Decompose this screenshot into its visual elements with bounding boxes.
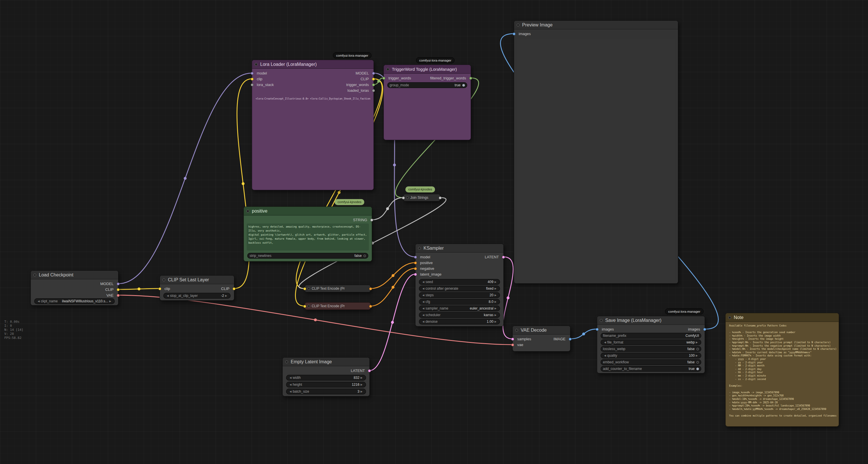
- prev-arrow-icon[interactable]: ◀: [421, 281, 426, 283]
- toggle-on-dot[interactable]: [462, 84, 465, 87]
- toggle-off-dot[interactable]: [696, 361, 699, 364]
- collapse-dot-icon[interactable]: [162, 279, 165, 281]
- latent-port-dot[interactable]: [414, 273, 417, 276]
- collapse-dot-icon[interactable]: [517, 24, 520, 26]
- prompt-textarea[interactable]: highres, very detailed, amazing quality,…: [247, 224, 369, 251]
- node-preview-image[interactable]: Preview Image images: [514, 21, 678, 284]
- latent-port-dot[interactable]: [368, 369, 371, 372]
- image-port-dot[interactable]: [569, 338, 571, 341]
- collapse-dot-icon[interactable]: [515, 329, 518, 332]
- collapse-dot-icon[interactable]: [33, 273, 36, 277]
- collapsed-output-dot[interactable]: [369, 287, 372, 290]
- next-arrow-icon[interactable]: ▶: [694, 354, 699, 357]
- prev-arrow-icon[interactable]: ◀: [421, 294, 426, 297]
- image-port-dot[interactable]: [703, 328, 706, 331]
- lossless-webp-toggle[interactable]: lossless_webpfalse: [600, 346, 701, 352]
- image-port-dot[interactable]: [513, 32, 516, 35]
- prev-arrow-icon[interactable]: ◀: [603, 341, 607, 344]
- toggle-on-dot[interactable]: [696, 368, 699, 370]
- node-titlebar[interactable]: Note: [726, 313, 839, 322]
- collapse-dot-icon[interactable]: [418, 247, 421, 250]
- prev-arrow-icon[interactable]: ◀: [288, 383, 293, 386]
- next-arrow-icon[interactable]: ▶: [360, 383, 364, 386]
- next-arrow-icon[interactable]: ▶: [694, 341, 699, 344]
- collapse-dot-icon[interactable]: [285, 360, 288, 363]
- collapse-dot-icon[interactable]: [728, 316, 731, 319]
- cfg-widget[interactable]: ◀cfg8.0▶: [419, 299, 500, 304]
- stop-at-clip-layer-widget[interactable]: ◀ stop_at_clip_layer -2 ▶: [163, 293, 230, 298]
- strip-newlines-toggle[interactable]: strip_newlines false: [247, 253, 368, 259]
- node-titlebar[interactable]: VAE Decode: [513, 326, 570, 335]
- model-port-dot[interactable]: [372, 72, 375, 75]
- prev-arrow-icon[interactable]: ◀: [165, 294, 170, 297]
- ckpt-name-widget[interactable]: ◀ ckpt_name ilwaiNSFWIllustrious_v110.s.…: [34, 298, 115, 304]
- next-arrow-icon[interactable]: ▶: [224, 294, 228, 297]
- prev-arrow-icon[interactable]: ◀: [421, 307, 426, 310]
- node-clip-text-encode-negative[interactable]: CLIP Text Encode (Pr: [305, 302, 371, 310]
- prev-arrow-icon[interactable]: ◀: [603, 354, 607, 357]
- next-arrow-icon[interactable]: ▶: [493, 287, 498, 290]
- loaded-loras-port-dot[interactable]: [372, 89, 375, 92]
- latent-port-dot[interactable]: [511, 338, 514, 341]
- collapse-dot-icon[interactable]: [246, 210, 249, 212]
- collapsed-input-dot[interactable]: [303, 287, 306, 290]
- node-titlebar[interactable]: Preview Image: [514, 21, 678, 29]
- quality-widget[interactable]: ◀quality100▶: [600, 353, 701, 358]
- node-titlebar[interactable]: TriggerWord Toggle (LoraManager): [384, 65, 471, 74]
- node-titlebar[interactable]: Lora Loader (LoraManager): [252, 60, 373, 69]
- toggle-off-dot[interactable]: [696, 348, 699, 350]
- model-port-dot[interactable]: [251, 72, 254, 75]
- batch-size-widget[interactable]: ◀batch_size3▶: [286, 388, 366, 395]
- node-note[interactable]: Note Available filename_prefix Pattern C…: [725, 313, 839, 427]
- next-arrow-icon[interactable]: ▶: [360, 390, 364, 393]
- prev-arrow-icon[interactable]: ◀: [421, 314, 426, 316]
- clip-port-dot[interactable]: [158, 287, 161, 290]
- next-arrow-icon[interactable]: ▶: [493, 320, 498, 323]
- clip-port-dot[interactable]: [117, 288, 120, 291]
- next-arrow-icon[interactable]: ▶: [493, 314, 498, 316]
- lora-stack-port-dot[interactable]: [251, 83, 254, 86]
- prev-arrow-icon[interactable]: ◀: [288, 390, 293, 393]
- node-empty-latent-image[interactable]: Empty Latent Image LATENT ◀width832▶ ◀he…: [282, 357, 370, 397]
- latent-port-dot[interactable]: [502, 256, 505, 259]
- clip-port-dot[interactable]: [251, 78, 254, 81]
- node-titlebar[interactable]: positive: [244, 207, 372, 215]
- denoise-widget[interactable]: ◀denoise1.00▶: [419, 319, 500, 324]
- clip-port-dot[interactable]: [232, 287, 236, 290]
- sampler-name-widget[interactable]: ◀sampler_nameeuler_ancestral▶: [419, 306, 500, 311]
- trigger-words-port-dot[interactable]: [372, 83, 375, 86]
- node-lora-loader[interactable]: Lora Loader (LoraManager) model clip lor…: [252, 60, 374, 190]
- collapsed-input-dot[interactable]: [303, 305, 306, 308]
- node-load-checkpoint[interactable]: Load Checkpoint MODEL CLIP VAE ◀ ckpt_na…: [30, 270, 119, 306]
- scheduler-widget[interactable]: ◀schedulerkarras▶: [419, 312, 500, 318]
- collapse-dot-icon[interactable]: [406, 196, 409, 199]
- prev-arrow-icon[interactable]: ◀: [421, 287, 426, 290]
- prev-arrow-icon[interactable]: ◀: [421, 300, 426, 303]
- collapse-dot-icon[interactable]: [600, 319, 602, 322]
- image-port-dot[interactable]: [596, 328, 598, 331]
- collapsed-output-dot[interactable]: [439, 197, 442, 199]
- node-triggerword-toggle[interactable]: TriggerWord Toggle (LoraManager) trigger…: [383, 65, 471, 140]
- prev-arrow-icon[interactable]: ◀: [36, 300, 41, 302]
- trigger-words-port-dot[interactable]: [382, 77, 385, 80]
- node-save-image[interactable]: Save Image (LoraManager) images images f…: [597, 316, 705, 373]
- next-arrow-icon[interactable]: ▶: [493, 307, 498, 310]
- filename-prefix-widget[interactable]: filename_prefixComfyUI: [600, 333, 701, 339]
- collapse-dot-icon[interactable]: [255, 63, 258, 66]
- collapse-dot-icon[interactable]: [386, 68, 389, 71]
- next-arrow-icon[interactable]: ▶: [493, 281, 498, 283]
- conditioning-port-dot[interactable]: [414, 261, 417, 264]
- prev-arrow-icon[interactable]: ◀: [288, 376, 293, 379]
- node-titlebar[interactable]: KSampler: [415, 244, 503, 253]
- node-clip-text-encode-positive[interactable]: CLIP Text Encode (Pr: [305, 285, 371, 292]
- toggle-off-dot[interactable]: [364, 255, 366, 257]
- node-titlebar[interactable]: Empty Latent Image: [283, 357, 369, 366]
- vae-port-dot[interactable]: [511, 344, 514, 346]
- next-arrow-icon[interactable]: ▶: [108, 300, 113, 302]
- height-widget[interactable]: ◀height1216▶: [286, 382, 366, 387]
- graph-canvas[interactable]: Load Checkpoint MODEL CLIP VAE ◀ ckpt_na…: [0, 0, 868, 464]
- string-port-dot[interactable]: [370, 219, 373, 222]
- prev-arrow-icon[interactable]: ◀: [421, 320, 426, 323]
- add-counter-to-filename-toggle[interactable]: add_counter_to_filenametrue: [600, 366, 701, 372]
- collapsed-input-dot[interactable]: [402, 197, 405, 199]
